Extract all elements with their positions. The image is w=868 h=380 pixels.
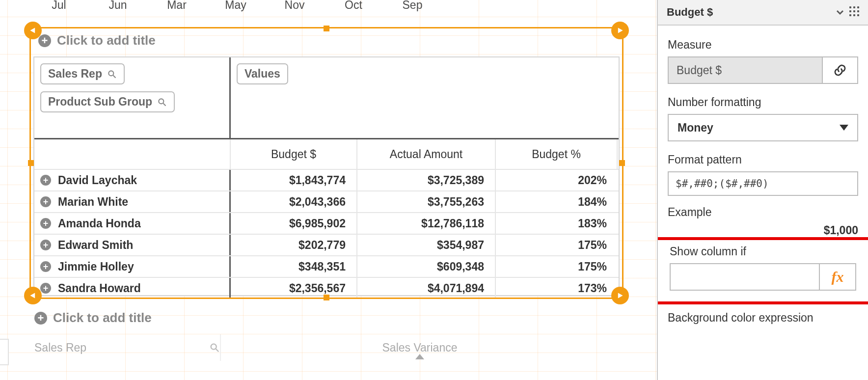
month-label: May [206,0,265,13]
expand-icon[interactable]: + [40,175,51,186]
resize-handle-right[interactable] [619,160,625,166]
expand-icon[interactable]: + [40,261,51,272]
cell-actual: $3,755,263 [357,191,496,212]
row-name: David Laychak [58,174,137,187]
partial-object-left [0,339,9,365]
cell-budget: $1,843,774 [231,170,357,190]
highlighted-show-column-if: Show column if fx [658,237,868,304]
chip-label: Sales Rep [48,67,102,81]
resize-handle-left[interactable] [28,160,34,166]
row-name: Jimmie Holley [58,260,134,273]
cell-pct: 175% [496,235,618,255]
column-header-budget[interactable]: Budget $ [231,139,357,169]
svg-marker-4 [30,27,35,33]
month-label: Nov [265,0,324,13]
example-label: Example [668,206,858,219]
column-header-actual[interactable]: Actual Amount [357,139,496,169]
cell-budget: $6,985,902 [231,213,357,234]
table-row[interactable]: +David Laychak $1,843,774 $3,725,389 202… [34,169,619,190]
lower-object[interactable]: + Click to add title Sales Rep Sales Var… [34,310,619,361]
expand-icon[interactable]: + [40,196,51,207]
cell-actual: $4,071,894 [357,278,496,299]
search-icon[interactable] [209,342,220,353]
pivot-table[interactable]: Sales Rep Product Sub Group Values Bu [33,56,620,296]
cell-budget: $348,351 [231,256,357,277]
add-title-icon[interactable]: + [38,34,51,47]
selected-pivot-object[interactable]: + Click to add title Sales Rep Product S… [29,27,624,299]
cell-pct: 202% [496,170,618,190]
arrow-handle-bottom-right[interactable] [611,287,629,304]
chip-label: Values [244,67,280,81]
row-name: Amanda Honda [58,217,141,230]
row-name: Sandra Howard [58,282,141,295]
cell-actual: $12,786,118 [357,213,496,234]
expand-icon[interactable]: + [40,240,51,250]
cell-pct: 183% [496,213,618,234]
measure-value: Budget $ [669,57,822,83]
month-label: Mar [147,0,206,13]
month-label: Jul [29,0,88,13]
panel-title: Budget $ [667,6,713,19]
table-row[interactable]: +Marian White $2,043,366 $3,755,263 184% [34,190,619,212]
svg-line-3 [163,103,166,106]
background-color-expression-label: Background color expression [668,311,858,325]
svg-marker-7 [618,293,623,298]
cell-actual: $609,348 [357,256,496,277]
cell-actual: $354,987 [357,235,496,255]
number-formatting-select[interactable]: Money [668,114,858,141]
panel-header[interactable]: Budget $ [658,0,868,26]
column-header-pct[interactable]: Budget % [496,139,618,169]
cell-budget: $2,043,366 [231,191,357,212]
month-label: Sep [383,0,442,13]
drag-handle-icon[interactable] [849,6,861,18]
month-label: Jun [88,0,147,13]
resize-handle-bottom[interactable] [324,295,329,300]
number-formatting-label: Number formatting [668,96,858,109]
cell-actual: $3,725,389 [357,170,496,190]
values-chip[interactable]: Values [237,63,288,84]
svg-marker-5 [618,27,623,33]
link-icon [833,63,847,78]
search-icon [157,97,167,107]
format-pattern-input[interactable]: $#,##0;($#,##0) [668,171,858,196]
add-title-icon[interactable]: + [34,312,47,325]
expand-icon[interactable]: + [40,218,51,229]
row-name: Edward Smith [58,239,133,252]
svg-line-9 [216,349,219,352]
cell-budget: $202,779 [231,235,357,255]
select-value: Money [678,121,713,135]
resize-handle-top[interactable] [324,26,329,31]
table-row[interactable]: +Amanda Honda $6,985,902 $12,786,118 183… [34,212,619,234]
arrow-handle-bottom-left[interactable] [24,287,42,304]
measure-label[interactable]: Sales Variance [382,341,458,354]
sort-indicator-icon [415,354,424,359]
table-row[interactable]: +Jimmie Holley $348,351 $609,348 175% [34,255,619,277]
show-column-if-input[interactable] [671,264,819,290]
dimension-chip-salesrep[interactable]: Sales Rep [40,63,125,84]
title-placeholder[interactable]: Click to add title [53,310,152,326]
measure-field[interactable]: Budget $ [668,56,858,84]
corner-cell [34,139,231,169]
format-pattern-value: $#,##0;($#,##0) [676,178,769,190]
expand-icon[interactable]: + [40,283,51,294]
search-icon [107,69,117,79]
svg-line-1 [113,75,115,78]
cell-pct: 173% [496,278,618,299]
dimension-chip-subgroup[interactable]: Product Sub Group [40,91,175,112]
chevron-down-icon[interactable] [835,7,845,18]
arrow-handle-top-right[interactable] [611,22,629,39]
title-placeholder[interactable]: Click to add title [57,33,156,48]
dropdown-caret-icon [840,125,848,131]
cell-pct: 184% [496,191,618,212]
svg-point-0 [108,71,113,76]
dimension-label[interactable]: Sales Rep [34,341,204,354]
link-button[interactable] [822,57,857,83]
expression-editor-button[interactable]: fx [819,264,855,290]
cell-budget: $2,356,567 [231,278,357,299]
show-column-if-label: Show column if [670,245,856,258]
properties-panel: Budget $ Measure Budget $ Number formatt… [657,0,868,380]
arrow-handle-top-left[interactable] [24,22,42,39]
table-row[interactable]: +Edward Smith $202,779 $354,987 175% [34,234,619,255]
month-label: Oct [324,0,383,13]
table-body: +David Laychak $1,843,774 $3,725,389 202… [34,169,619,299]
